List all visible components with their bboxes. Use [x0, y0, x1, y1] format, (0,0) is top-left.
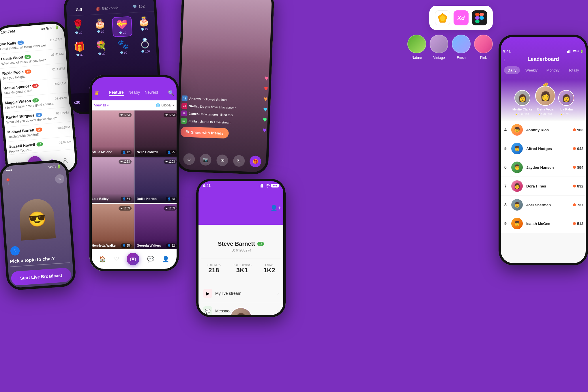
live-camera-icon[interactable]: 📷 — [200, 154, 211, 166]
lb-avatar-jayden: 👨 — [511, 162, 523, 173]
tab-feature[interactable]: Feature — [109, 90, 124, 96]
live-emoji-icon[interactable]: ☺ — [183, 153, 195, 165]
gift-flowers[interactable]: 💐 💎30 — [91, 40, 112, 56]
grid-item-henrietta[interactable]: Henrietta Walker ❤ 1203 👤 25 — [89, 204, 134, 250]
chevron-right-icon: › — [277, 291, 279, 296]
gift-box[interactable]: 🎁 💎30 — [69, 41, 90, 57]
lb-item-7[interactable]: 7 👩 Dora Hines 832 — [499, 177, 588, 196]
live-overlay — [176, 0, 274, 175]
lb-title-area: ‹ Leaderboard — [503, 56, 583, 62]
profile-header-bg: 👤+ — [196, 190, 286, 225]
gift-cake[interactable]: 🎂 💎10 — [90, 17, 111, 38]
profile-id: ID: 64983274 — [201, 248, 281, 252]
svg-rect-2 — [475, 13, 480, 16]
grid-item-dollie[interactable]: Dollie Horton ❤ 1203 👤 48 — [134, 157, 179, 203]
gift-grid: 🌹 💎10 🎂 💎10 💝 💎20 🎂 💎25 🎁 💎30 💐 — [64, 12, 159, 61]
broadcast-location-icon[interactable]: 📍 — [4, 178, 12, 185]
live-share-icon[interactable]: ↻ — [233, 155, 245, 167]
lb-score-jayden: 894 — [573, 165, 583, 170]
lb-avatar-isaiah: 👨 — [511, 218, 523, 229]
lb-item-4[interactable]: 4 👦 Johnny Rios 963 — [499, 121, 588, 139]
feature-nav-home[interactable]: 🏠 — [99, 256, 106, 262]
svg-rect-3 — [480, 13, 484, 16]
lb-avatar-johnny: 👦 — [511, 124, 523, 136]
lb-avatar-joel: 👨 — [511, 199, 523, 211]
stat-friends: FRIENDS 218 — [207, 263, 221, 274]
feature-search-icon[interactable]: 🔍 — [168, 90, 174, 96]
grid-item-stella[interactable]: Stella Malone ❤ 1263 👤 12 — [89, 110, 134, 157]
lb-tab-daily[interactable]: Daily — [504, 66, 520, 74]
start-broadcast-button[interactable]: Start Live Broadcast — [11, 267, 72, 286]
lb-item-5[interactable]: 5 👨 Alfred Hodges 942 — [499, 139, 588, 158]
tab-neaby[interactable]: Neaby — [128, 90, 140, 96]
gift-birthday[interactable]: 🎂 💎25 — [134, 15, 155, 36]
grid-item-georgia[interactable]: Georgia Walters ❤ 1263 👤 12 — [134, 204, 179, 250]
filter-fresh[interactable]: Fresh — [452, 35, 471, 60]
gift-paws[interactable]: 🐾 💎50 — [113, 38, 134, 55]
gift-ring[interactable]: 💍 💎150 — [135, 37, 156, 53]
lb-back-button[interactable]: ‹ — [503, 56, 505, 63]
lb-podium-2nd: 👩 Myrtie Clarke ● 1063294 — [512, 90, 532, 116]
feature-nav-camera[interactable] — [127, 253, 139, 265]
filter-location[interactable]: 🌐 Global ▾ — [156, 103, 174, 107]
profile-avatar: 👨 — [229, 307, 252, 317]
filter-nature[interactable]: Nature — [407, 35, 426, 60]
lb-tab-weekly[interactable]: Weekly — [522, 66, 541, 74]
filter-nature-label: Nature — [411, 56, 422, 60]
messages-icon: 💬 — [203, 306, 212, 316]
gift-tab[interactable]: Gift — [76, 7, 82, 12]
filter-pink[interactable]: Pink — [474, 35, 493, 60]
messages-list: Joe Kelly 10 10:17AM Great thanks, all t… — [0, 31, 77, 159]
lb-score-joel: 737 — [573, 203, 583, 207]
profile-add-friend-icon[interactable]: 👤+ — [270, 205, 281, 211]
app-icons-panel: Xd — [429, 6, 493, 30]
filter-fresh-label: Fresh — [457, 56, 466, 60]
profile-stats: FRIENDS 218 FOLLOWING 3K1 FANS 1K2 — [201, 258, 281, 279]
svg-rect-10 — [260, 185, 260, 187]
filter-vintage[interactable]: Vintage — [430, 35, 448, 60]
feature-nav-heart[interactable]: ♡ — [114, 256, 119, 262]
live-gift-icon[interactable]: 🎁 — [250, 155, 261, 167]
filter-vintage-label: Vintage — [433, 56, 445, 60]
svg-rect-16 — [568, 50, 569, 53]
lb-podium: 👩 Myrtie Clarke ● 1063294 👑 👩 Betty Vega… — [499, 80, 588, 121]
lb-title: Leaderboard — [503, 56, 583, 62]
filter-view-all[interactable]: View all ▾ — [94, 103, 109, 107]
stat-following: FOLLOWING 3K1 — [233, 263, 252, 274]
lb-item-6[interactable]: 6 👨 Jayden Hansen 894 — [499, 158, 588, 177]
grid-item-nelle[interactable]: Nelle Caldwell ❤ 1263 👤 25 — [134, 110, 179, 157]
backpack-tab[interactable]: 🎒 Backpack — [96, 5, 119, 11]
lb-podium-3rd: 👩 Ida Palm ● 1026... — [558, 90, 574, 116]
feature-nav-chat[interactable]: 💬 — [147, 256, 154, 262]
filter-bar: View all ▾ 🌐 Global ▾ — [89, 100, 179, 110]
sketch-icon[interactable] — [435, 10, 450, 25]
tab-newest[interactable]: Newest — [145, 90, 158, 96]
gift-count-label: x30 — [74, 100, 80, 105]
lb-avatar-dora: 👩 — [511, 180, 523, 192]
lb-tab-monthly[interactable]: Monthly — [543, 66, 563, 74]
broadcast-person: 😎 — [0, 185, 74, 253]
lb-tab-totally[interactable]: Totally — [565, 66, 583, 74]
grid-item-lola[interactable]: Lola Bailey ❤ 1263 👤 34 — [89, 157, 134, 203]
figma-icon[interactable] — [472, 10, 487, 25]
lb-item-9[interactable]: 9 👨 Isaiah McGee 513 — [499, 214, 588, 233]
profile-body: Steve Barnett 16 ID: 64983274 FRIENDS 21… — [196, 225, 286, 317]
svg-point-9 — [132, 258, 134, 260]
feature-bottom-nav: 🏠 ♡ 💬 👤 — [89, 249, 179, 271]
live-mail-icon[interactable]: ✉ — [216, 154, 228, 166]
feature-nav-profile[interactable]: 👤 — [162, 256, 169, 262]
gift-rose[interactable]: 🌹 💎10 — [68, 18, 89, 39]
stat-fans: FANS 1K2 — [263, 263, 275, 274]
svg-rect-11 — [261, 185, 261, 187]
share-friends-button[interactable]: ↻ Share with friends — [180, 127, 229, 139]
svg-rect-4 — [475, 16, 480, 20]
menu-live-stream[interactable]: ▶ My live stream › — [201, 285, 281, 302]
gift-hearts[interactable]: 💝 💎20 — [112, 16, 133, 37]
lb-score-johnny: 963 — [573, 128, 583, 132]
messages-status-icons: ●●WiFi🔋 — [41, 25, 59, 31]
svg-rect-13 — [262, 184, 263, 187]
adobe-xd-icon[interactable]: Xd — [454, 10, 469, 25]
live-comments: 12 Andrew : followed the host 34 Stella … — [180, 95, 248, 139]
chevron-right-icon-2: › — [277, 309, 279, 313]
lb-item-8[interactable]: 8 👨 Joel Sherman 737 — [499, 196, 588, 214]
